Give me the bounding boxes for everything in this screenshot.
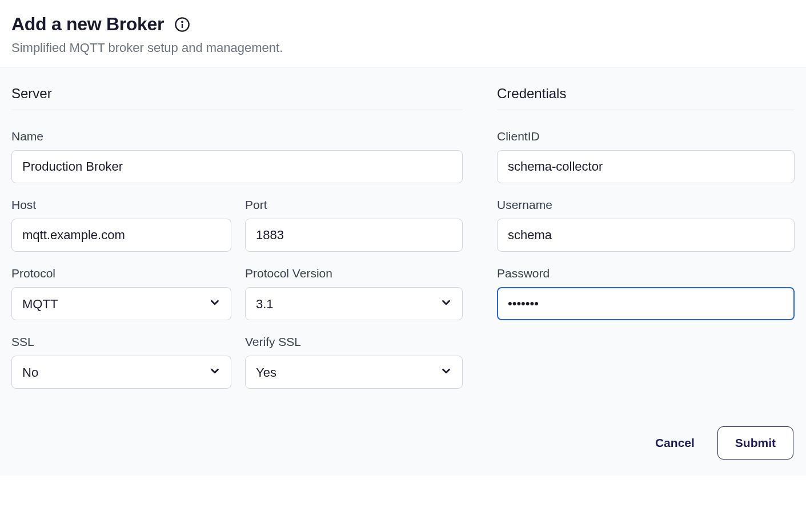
- port-label: Port: [245, 198, 463, 212]
- server-heading: Server: [11, 86, 463, 110]
- credentials-section: Credentials ClientID Username Password: [497, 86, 795, 404]
- username-field-group: Username: [497, 198, 795, 252]
- protocol-row: Protocol MQTT Protocol Version: [11, 267, 463, 335]
- username-label: Username: [497, 198, 795, 212]
- password-label: Password: [497, 267, 795, 280]
- username-input[interactable]: [497, 219, 795, 252]
- protocol-select[interactable]: MQTT: [11, 287, 231, 320]
- page-header: Add a new Broker Simplified MQTT broker …: [0, 0, 806, 67]
- ssl-select[interactable]: No: [11, 356, 231, 389]
- verify-ssl-select-wrapper: Yes: [245, 356, 463, 389]
- svg-point-1: [182, 21, 183, 22]
- verify-ssl-select[interactable]: Yes: [245, 356, 463, 389]
- form-columns: Server Name Host Port Protocol: [11, 86, 795, 404]
- verify-ssl-field-group: Verify SSL Yes: [245, 335, 463, 389]
- name-label: Name: [11, 130, 463, 143]
- host-input[interactable]: [11, 219, 231, 252]
- name-input[interactable]: [11, 150, 463, 183]
- protocol-version-label: Protocol Version: [245, 267, 463, 280]
- clientid-label: ClientID: [497, 130, 795, 143]
- host-port-row: Host Port: [11, 198, 463, 267]
- clientid-field-group: ClientID: [497, 130, 795, 183]
- cancel-button[interactable]: Cancel: [653, 432, 697, 454]
- password-input[interactable]: [497, 287, 795, 320]
- form-body: Server Name Host Port Protocol: [0, 67, 806, 475]
- server-section: Server Name Host Port Protocol: [11, 86, 463, 404]
- protocol-version-select-wrapper: 3.1: [245, 287, 463, 320]
- ssl-field-group: SSL No: [11, 335, 231, 389]
- form-actions: Cancel Submit: [11, 426, 795, 460]
- name-field-group: Name: [11, 130, 463, 183]
- password-field-group: Password: [497, 267, 795, 320]
- port-input[interactable]: [245, 219, 463, 252]
- ssl-row: SSL No Verify SSL Yes: [11, 335, 463, 404]
- page-title: Add a new Broker: [11, 14, 164, 35]
- ssl-select-wrapper: No: [11, 356, 231, 389]
- host-field-group: Host: [11, 198, 231, 252]
- protocol-version-select[interactable]: 3.1: [245, 287, 463, 320]
- verify-ssl-label: Verify SSL: [245, 335, 463, 349]
- info-icon[interactable]: [173, 15, 191, 34]
- ssl-label: SSL: [11, 335, 231, 349]
- protocol-field-group: Protocol MQTT: [11, 267, 231, 320]
- protocol-select-wrapper: MQTT: [11, 287, 231, 320]
- page-subtitle: Simplified MQTT broker setup and managem…: [11, 41, 795, 55]
- host-label: Host: [11, 198, 231, 212]
- protocol-label: Protocol: [11, 267, 231, 280]
- clientid-input[interactable]: [497, 150, 795, 183]
- title-row: Add a new Broker: [11, 14, 795, 35]
- credentials-heading: Credentials: [497, 86, 795, 110]
- port-field-group: Port: [245, 198, 463, 252]
- protocol-version-field-group: Protocol Version 3.1: [245, 267, 463, 320]
- submit-button[interactable]: Submit: [717, 426, 793, 460]
